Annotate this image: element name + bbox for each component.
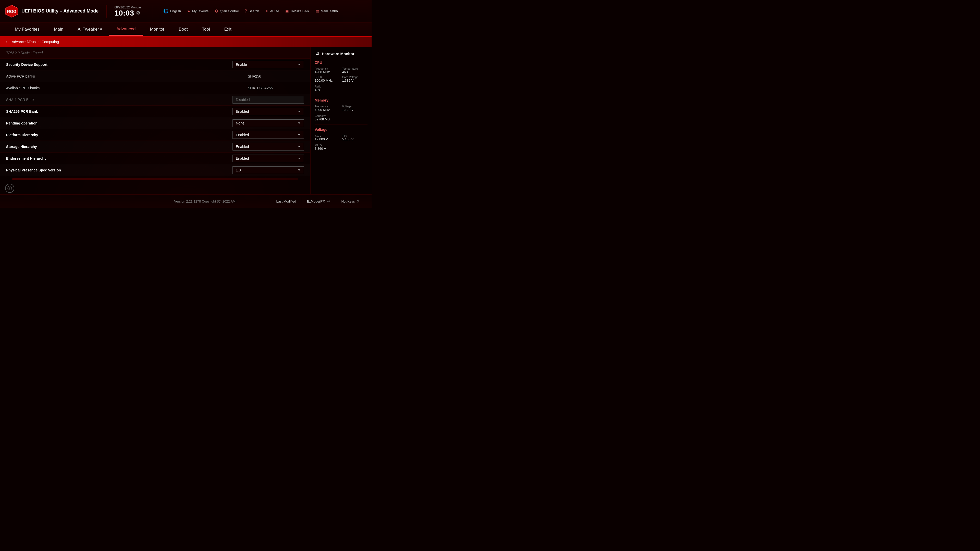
setting-label-endorsement-hierarchy: Endorsement Hierarchy [6, 156, 232, 160]
setting-row-active-pcr-banks: Active PCR banks SHA256 [0, 70, 310, 82]
svg-text:ROG: ROG [7, 9, 16, 14]
setting-row-physical-presence-spec: Physical Presence Spec Version 1.3 ▼ [0, 164, 310, 176]
info-icon-area: ⓘ [5, 184, 14, 193]
tool-memtest[interactable]: ▤ MemTest86 [315, 9, 338, 14]
last-modified-button[interactable]: Last Modified [271, 197, 301, 205]
setting-row-sha256-pcr-bank: SHA256 PCR Bank Enabled ▼ [0, 106, 310, 118]
setting-row-pending-operation: Pending operation None ▼ [0, 118, 310, 129]
cpu-core-voltage-label: Core Voltage 1.332 V [342, 76, 368, 83]
mem-frequency-label: Frequency 4800 MHz [315, 105, 340, 112]
hotkeys-icon: ? [357, 200, 359, 203]
aura-icon: ✦ [265, 9, 269, 14]
nav-item-exit[interactable]: Exit [217, 22, 239, 36]
settings-panel: TPM 2.0 Device Found Security Device Sup… [0, 47, 310, 194]
monitor-screen-icon: 🖥 [315, 51, 319, 56]
logo-area: ROG UEFI BIOS Utility – Advanced Mode [5, 5, 99, 18]
setting-label-storage-hierarchy: Storage Hierarchy [6, 144, 232, 149]
hotkeys-button[interactable]: Hot Keys ? [336, 197, 364, 206]
cpu-metrics-grid: Frequency 4900 MHz Temperature 46°C BCLK… [315, 67, 368, 83]
setting-dropdown-pending-operation[interactable]: None ▼ [232, 119, 304, 127]
datetime-area: 08/22/2022 Monday 10:03 ⚙ [115, 6, 145, 17]
fan-icon: ⚙ [215, 9, 218, 14]
setting-dropdown-endorsement-hierarchy[interactable]: Enabled ▼ [232, 155, 304, 162]
setting-value-available-pcr-banks: SHA-1,SHA256 [248, 86, 304, 90]
dropdown-arrow-icon-pending: ▼ [298, 121, 301, 125]
cpu-temperature-label: Temperature 46°C [342, 67, 368, 74]
dropdown-arrow-icon-spec: ▼ [298, 168, 301, 172]
dropdown-arrow-icon-platform: ▼ [298, 133, 301, 137]
star-icon: ★ [187, 9, 191, 14]
memory-metrics-grid: Frequency 4800 MHz Voltage 1.120 V [315, 105, 368, 112]
last-modified-label: Last Modified [277, 200, 296, 203]
ezmode-label: EzMode(F7) [307, 200, 325, 203]
nav-item-aitweaker[interactable]: Ai Tweaker [70, 22, 109, 36]
nav-item-main[interactable]: Main [47, 22, 70, 36]
setting-dropdown-security-device-support[interactable]: Enable ▼ [232, 61, 304, 68]
setting-label-physical-presence-spec: Physical Presence Spec Version [6, 168, 232, 172]
ezmode-button[interactable]: EzMode(F7) ↵ [302, 197, 336, 206]
settings-gear-icon[interactable]: ⚙ [136, 11, 140, 15]
memtest-icon: ▤ [315, 9, 319, 14]
back-arrow-icon[interactable]: ← [5, 40, 9, 44]
voltage-5v-label: +5V 5.160 V [342, 134, 368, 141]
tool-resizebar[interactable]: ▣ ReSize BAR [285, 9, 309, 14]
bottom-buttons: Last Modified EzMode(F7) ↵ Hot Keys ? [271, 197, 364, 206]
setting-row-storage-hierarchy: Storage Hierarchy Enabled ▼ [0, 141, 310, 152]
hw-section-memory: Memory [315, 98, 368, 102]
setting-row-available-pcr-banks: Available PCR banks SHA-1,SHA256 [0, 82, 310, 94]
setting-row-endorsement-hierarchy: Endorsement Hierarchy Enabled ▼ [0, 152, 310, 164]
app-title: UEFI BIOS Utility – Advanced Mode [21, 8, 99, 14]
cpu-ratio: Ratio 49x [315, 85, 368, 92]
tool-aura[interactable]: ✦ AURA [265, 9, 279, 14]
setting-row-platform-hierarchy: Platform Hierarchy Enabled ▼ [0, 129, 310, 141]
nav-item-advanced[interactable]: Advanced [109, 22, 143, 36]
dropdown-arrow-icon-storage: ▼ [298, 145, 301, 148]
hardware-monitor-panel: 🖥 Hardware Monitor CPU Frequency 4900 MH… [310, 47, 372, 194]
rog-logo-icon: ROG [5, 5, 18, 18]
voltage-metrics-grid: +12V 12.000 V +5V 5.160 V [315, 134, 368, 141]
hw-section-cpu: CPU [315, 60, 368, 65]
top-bar-divider-2 [153, 5, 153, 17]
setting-dropdown-platform-hierarchy[interactable]: Enabled ▼ [232, 131, 304, 139]
main-content: TPM 2.0 Device Found Security Device Sup… [0, 47, 372, 194]
setting-dropdown-sha256-pcr-bank[interactable]: Enabled ▼ [232, 108, 304, 115]
tool-english[interactable]: 🌐 English [163, 9, 181, 14]
setting-label-platform-hierarchy: Platform Hierarchy [6, 133, 232, 137]
breadcrumb-text: Advanced\Trusted Computing [12, 40, 59, 44]
tpm-header-label: TPM 2.0 Device Found [6, 51, 304, 55]
dropdown-arrow-icon-sha256: ▼ [298, 110, 301, 113]
cpu-frequency-label: Frequency 4900 MHz [315, 67, 340, 74]
hw-section-voltage: Voltage [315, 127, 368, 132]
top-bar-divider [106, 5, 107, 17]
setting-label-sha1-pcr-bank: SHA-1 PCR Bank [6, 98, 232, 102]
setting-label-active-pcr-banks: Active PCR banks [6, 74, 248, 78]
tool-search[interactable]: ? Search [245, 9, 259, 14]
setting-row-security-device-support: Security Device Support Enable ▼ [0, 59, 310, 70]
setting-value-active-pcr-banks: SHA256 [248, 74, 304, 78]
mem-voltage-label: Voltage 1.120 V [342, 105, 368, 112]
question-icon: ? [245, 9, 247, 14]
tool-myfavorite[interactable]: ★ MyFavorite [187, 9, 208, 14]
hotkeys-label: Hot Keys [341, 200, 355, 203]
nav-item-tool[interactable]: Tool [195, 22, 217, 36]
nav-item-favorites[interactable]: My Favorites [8, 22, 47, 36]
setting-dropdown-sha1-pcr-bank: Disabled [232, 96, 304, 103]
hw-monitor-title-text: Hardware Monitor [322, 52, 355, 56]
time-display: 10:03 ⚙ [115, 9, 140, 17]
setting-dropdown-physical-presence-spec[interactable]: 1.3 ▼ [232, 166, 304, 174]
hw-monitor-title: 🖥 Hardware Monitor [315, 51, 368, 56]
ezmode-arrow-icon: ↵ [327, 200, 330, 203]
breadcrumb: ← Advanced\Trusted Computing [0, 37, 372, 47]
setting-label-available-pcr-banks: Available PCR banks [6, 86, 248, 90]
info-button[interactable]: ⓘ [5, 184, 14, 193]
scroll-indicator [12, 178, 298, 180]
settings-header-row: TPM 2.0 Device Found [0, 47, 310, 59]
voltage-12v-label: +12V 12.000 V [315, 134, 340, 141]
version-text: Version 2.21.1278 Copyright (C) 2022 AMI [139, 200, 271, 203]
nav-item-monitor[interactable]: Monitor [143, 22, 172, 36]
setting-dropdown-storage-hierarchy[interactable]: Enabled ▼ [232, 143, 304, 151]
tool-qfan[interactable]: ⚙ Qfan Control [215, 9, 239, 14]
dropdown-arrow-icon: ▼ [298, 63, 301, 66]
top-bar: ROG UEFI BIOS Utility – Advanced Mode 08… [0, 0, 372, 22]
nav-item-boot[interactable]: Boot [172, 22, 195, 36]
